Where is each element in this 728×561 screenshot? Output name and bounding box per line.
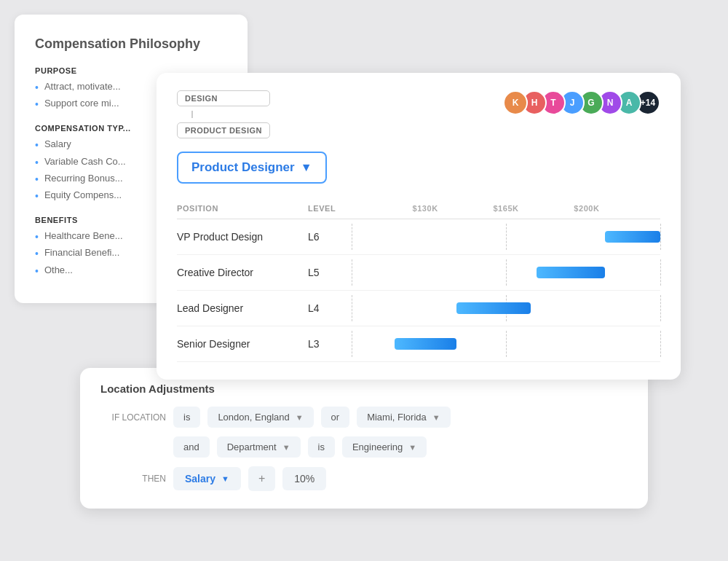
table-row: Senior DesignerL3 xyxy=(177,326,660,362)
chart-cell xyxy=(352,255,660,291)
level-cell: L6 xyxy=(308,219,352,255)
location1-chevron: ▼ xyxy=(296,413,304,422)
role-selector-label: Product Designer xyxy=(191,160,295,175)
then-row: THEN Salary ▼ + 10% xyxy=(100,466,628,491)
col-header-salary: $130K $165K $200K xyxy=(352,198,660,219)
rule-row-1: IF LOCATION is London, England ▼ or Miam… xyxy=(100,407,628,428)
table-row: Lead DesignerL4 xyxy=(177,291,660,326)
breadcrumb-design[interactable]: DESIGN xyxy=(177,90,270,106)
location-card-title: Location Adjustments xyxy=(100,382,628,395)
chart-card: DESIGN PRODUCT DESIGN KHTJGNA+14 Product… xyxy=(157,73,681,380)
level-cell: L3 xyxy=(308,326,352,362)
breadcrumb: DESIGN PRODUCT DESIGN xyxy=(177,90,270,138)
col-header-position: POSITION xyxy=(177,198,308,219)
table-row: VP Product DesignL6 xyxy=(177,219,660,255)
level-cell: L5 xyxy=(308,255,352,291)
salary-value: Salary xyxy=(185,473,215,484)
salary-dropdown[interactable]: Salary ▼ xyxy=(173,467,241,490)
avatar-group: KHTJGNA+14 xyxy=(503,90,660,115)
is-token-2: is xyxy=(308,436,335,458)
rule-row-2: and Department ▼ is Engineering ▼ xyxy=(100,436,628,458)
location1-dropdown[interactable]: London, England ▼ xyxy=(207,407,313,428)
position-cell: VP Product Design xyxy=(177,219,308,255)
table-row: Creative DirectorL5 xyxy=(177,255,660,291)
position-table: POSITION LEVEL $130K $165K $200K VP Prod… xyxy=(177,198,660,362)
position-cell: Senior Designer xyxy=(177,326,308,362)
breadcrumb-product-design[interactable]: PRODUCT DESIGN xyxy=(177,122,270,138)
location2-chevron: ▼ xyxy=(432,413,440,422)
breadcrumb-connector xyxy=(191,111,193,118)
engineering-dropdown[interactable]: Engineering ▼ xyxy=(342,436,427,458)
level-cell: L4 xyxy=(308,291,352,326)
then-label: THEN xyxy=(100,474,166,484)
comp-philosophy-title: Compensation Philosophy xyxy=(35,36,227,52)
col-header-level: LEVEL xyxy=(308,198,352,219)
role-selector-chevron: ▼ xyxy=(301,161,312,174)
or-token: or xyxy=(321,407,350,428)
location-card: Location Adjustments IF LOCATION is Lond… xyxy=(80,368,648,509)
department-value: Engineering xyxy=(352,442,403,452)
position-cell: Creative Director xyxy=(177,255,308,291)
chart-cell xyxy=(352,219,660,255)
location1-value: London, England xyxy=(218,412,289,423)
department-label: Department xyxy=(227,442,277,452)
location2-dropdown[interactable]: Miami, Florida ▼ xyxy=(357,407,451,428)
and-token: and xyxy=(173,436,210,458)
department-dropdown[interactable]: Department ▼ xyxy=(217,436,301,458)
card-header: DESIGN PRODUCT DESIGN KHTJGNA+14 xyxy=(177,90,660,138)
avatar-0: K xyxy=(503,90,528,115)
chart-cell xyxy=(352,326,660,362)
department-chevron: ▼ xyxy=(282,443,290,452)
if-location-label: IF LOCATION xyxy=(100,412,166,423)
location2-value: Miami, Florida xyxy=(367,412,427,423)
position-cell: Lead Designer xyxy=(177,291,308,326)
is-token-1: is xyxy=(173,407,200,428)
plus-button[interactable]: + xyxy=(248,466,275,491)
chart-cell xyxy=(352,291,660,326)
percent-token: 10% xyxy=(282,467,326,490)
salary-chevron: ▼ xyxy=(221,474,229,483)
engineering-chevron: ▼ xyxy=(408,443,416,452)
role-selector[interactable]: Product Designer ▼ xyxy=(177,152,327,184)
